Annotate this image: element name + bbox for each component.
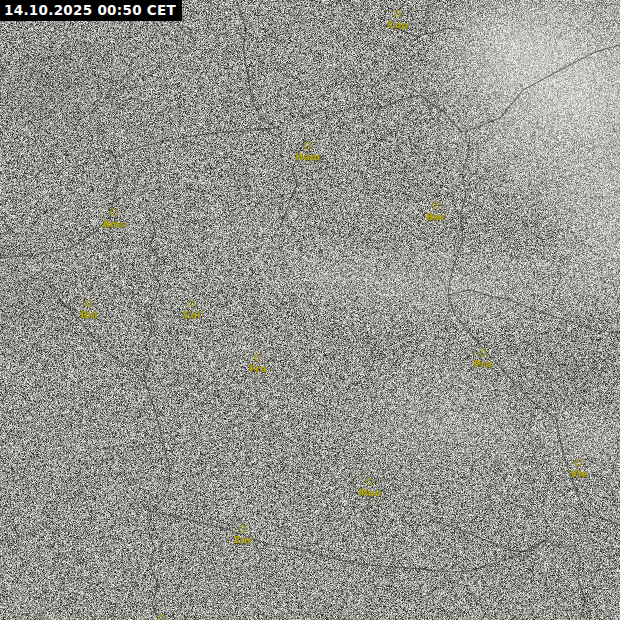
- city-ring-icon: [479, 349, 486, 356]
- city-label: Ams: [102, 218, 126, 229]
- city-marker-layer: CopHamAmsBerBxlColFraPraMunVieZur: [0, 0, 620, 620]
- city-ring-icon: [432, 202, 439, 209]
- city-ring-icon: [85, 300, 92, 307]
- city-label: Vie: [570, 468, 588, 479]
- city-label: Mun: [358, 487, 382, 498]
- city-ring-icon: [575, 459, 582, 466]
- city-label: Ham: [296, 151, 321, 162]
- city-ring-icon: [110, 209, 117, 216]
- city-label: Ber: [427, 211, 446, 222]
- city-ring-icon: [366, 478, 373, 485]
- city-ring-icon: [304, 142, 311, 149]
- city-label: Bxl: [80, 309, 97, 320]
- city-ring-icon: [188, 300, 195, 307]
- city-ring-icon: [254, 354, 261, 361]
- city-ring-icon: [394, 10, 401, 17]
- city-label: Fra: [249, 363, 267, 374]
- city-label: Zur: [234, 534, 253, 545]
- city-ring-icon: [158, 614, 165, 620]
- city-ring-icon: [239, 525, 246, 532]
- city-label: Cop: [388, 19, 409, 30]
- satellite-map-view: CopHamAmsBerBxlColFraPraMunVieZur 14.10.…: [0, 0, 620, 620]
- timestamp-label: 14.10.2025 00:50 CET: [0, 0, 182, 21]
- city-label: Col: [183, 309, 200, 320]
- city-label: Pra: [474, 358, 493, 369]
